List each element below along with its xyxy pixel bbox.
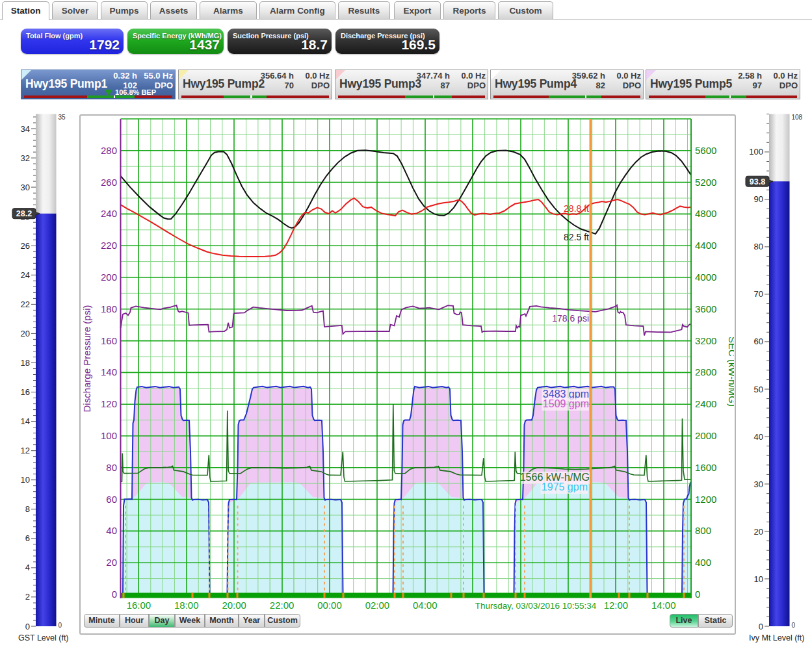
svg-text:100: 100: [101, 430, 117, 441]
svg-text:32: 32: [21, 153, 30, 163]
svg-text:35: 35: [59, 114, 66, 121]
svg-text:GST Level (ft): GST Level (ft): [18, 633, 69, 643]
svg-text:14:00: 14:00: [651, 600, 676, 611]
svg-text:18: 18: [21, 358, 30, 368]
svg-text:6: 6: [25, 533, 30, 543]
svg-text:18:00: 18:00: [174, 600, 199, 611]
svg-text:2: 2: [25, 592, 30, 602]
svg-text:200: 200: [101, 272, 117, 283]
svg-text:800: 800: [695, 525, 711, 536]
svg-text:Thursday, 03/03/2016 10:55:34: Thursday, 03/03/2016 10:55:34: [475, 601, 597, 611]
svg-text:50: 50: [754, 385, 763, 394]
svg-text:20:00: 20:00: [222, 600, 246, 611]
svg-text:28.8 ft: 28.8 ft: [564, 203, 589, 214]
svg-text:4800: 4800: [695, 208, 716, 219]
svg-text:90: 90: [754, 194, 763, 204]
svg-text:22:00: 22:00: [270, 600, 295, 611]
svg-text:16:00: 16:00: [127, 600, 151, 611]
svg-text:12: 12: [21, 446, 30, 455]
svg-text:60: 60: [754, 337, 763, 346]
svg-text:280: 280: [101, 145, 117, 156]
svg-text:1509 gpm: 1509 gpm: [543, 398, 589, 409]
svg-text:260: 260: [101, 177, 117, 188]
svg-text:93.8: 93.8: [750, 177, 765, 186]
svg-text:108: 108: [792, 114, 803, 121]
svg-text:40: 40: [754, 432, 763, 442]
svg-text:10: 10: [21, 475, 30, 485]
svg-text:240: 240: [101, 208, 117, 219]
svg-text:70: 70: [754, 289, 763, 299]
svg-text:1975 gpm: 1975 gpm: [542, 481, 588, 492]
svg-text:SEC (kW-h/MG): SEC (kW-h/MG): [727, 337, 734, 407]
svg-text:5600: 5600: [695, 145, 716, 156]
svg-text:34: 34: [21, 124, 30, 134]
svg-text:1600: 1600: [695, 462, 716, 473]
svg-text:1200: 1200: [695, 494, 716, 505]
svg-text:60: 60: [106, 494, 117, 505]
svg-text:20: 20: [21, 329, 30, 338]
svg-text:120: 120: [101, 398, 117, 409]
svg-text:24: 24: [21, 270, 30, 280]
svg-text:2000: 2000: [695, 430, 716, 441]
svg-text:28: 28: [21, 212, 30, 222]
svg-text:12:00: 12:00: [604, 600, 629, 611]
svg-text:28.2: 28.2: [16, 209, 32, 218]
svg-text:178.6 psi: 178.6 psi: [552, 313, 589, 324]
svg-text:04:00: 04:00: [413, 600, 438, 611]
svg-text:16: 16: [21, 387, 30, 397]
svg-text:Discharge Pressure (psi): Discharge Pressure (psi): [81, 305, 92, 412]
svg-text:4400: 4400: [695, 240, 716, 251]
svg-text:220: 220: [101, 240, 117, 251]
svg-text:3600: 3600: [695, 303, 716, 314]
svg-text:8: 8: [25, 504, 30, 514]
svg-text:3200: 3200: [695, 335, 716, 346]
svg-text:0: 0: [112, 589, 117, 600]
svg-text:80: 80: [754, 242, 763, 251]
svg-text:30: 30: [754, 479, 763, 489]
svg-text:02:00: 02:00: [365, 600, 390, 611]
svg-text:400: 400: [695, 557, 711, 568]
svg-text:00:00: 00:00: [317, 600, 342, 611]
svg-text:30: 30: [21, 183, 30, 192]
svg-text:20: 20: [754, 527, 763, 537]
svg-text:Ivy Mt Level (ft): Ivy Mt Level (ft): [749, 633, 804, 643]
svg-text:0: 0: [759, 622, 763, 631]
svg-text:5200: 5200: [695, 177, 716, 188]
svg-text:20: 20: [106, 557, 117, 568]
svg-text:180: 180: [101, 303, 117, 314]
svg-text:0: 0: [792, 622, 796, 629]
svg-text:4: 4: [25, 563, 30, 572]
svg-text:0: 0: [59, 622, 62, 629]
svg-text:2400: 2400: [695, 398, 716, 409]
svg-text:82.5 ft: 82.5 ft: [564, 232, 589, 242]
svg-text:0: 0: [695, 589, 700, 600]
svg-text:0: 0: [25, 622, 30, 631]
svg-text:2800: 2800: [695, 366, 716, 377]
svg-text:160: 160: [101, 335, 117, 346]
svg-text:140: 140: [101, 366, 117, 377]
svg-text:14: 14: [21, 416, 30, 426]
svg-text:10: 10: [754, 574, 763, 584]
svg-text:100: 100: [749, 147, 763, 157]
svg-text:22: 22: [21, 299, 30, 309]
svg-text:4000: 4000: [695, 272, 716, 283]
svg-text:80: 80: [106, 462, 117, 473]
svg-text:40: 40: [106, 525, 117, 536]
svg-text:26: 26: [21, 241, 30, 251]
